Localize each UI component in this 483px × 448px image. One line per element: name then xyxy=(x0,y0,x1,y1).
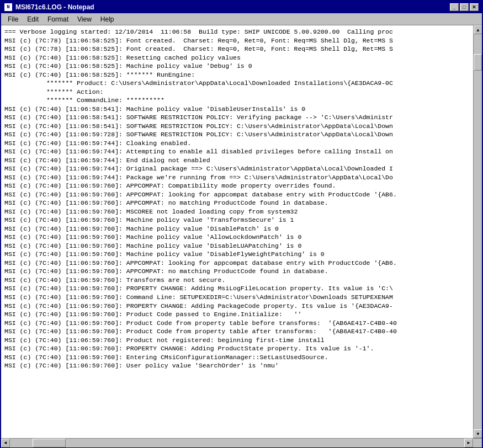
menu-help[interactable]: Help xyxy=(96,14,119,24)
menu-bar: File Edit Format View Help xyxy=(1,13,482,25)
content-area: === Verbose logging started: 12/10/2014 … xyxy=(1,25,482,438)
scroll-track-h[interactable] xyxy=(10,439,464,447)
scroll-thumb-v[interactable] xyxy=(474,54,482,71)
text-editor[interactable]: === Verbose logging started: 12/10/2014 … xyxy=(1,25,473,438)
maximize-button[interactable]: □ xyxy=(460,3,469,11)
menu-format[interactable]: Format xyxy=(43,14,73,24)
scroll-down-button[interactable]: ▼ xyxy=(474,429,482,438)
menu-edit[interactable]: Edit xyxy=(23,14,43,24)
window-title: MSI671c6.LOG - Notepad xyxy=(15,3,94,11)
scroll-up-button[interactable]: ▲ xyxy=(474,25,482,34)
horizontal-scrollbar: ◄ ► xyxy=(1,439,473,447)
menu-file[interactable]: File xyxy=(3,14,23,24)
vertical-scrollbar: ▲ ▼ xyxy=(473,25,482,438)
close-button[interactable]: ✕ xyxy=(470,3,479,11)
app-icon: N xyxy=(4,3,12,11)
scroll-corner xyxy=(473,439,482,447)
minimize-button[interactable]: _ xyxy=(450,3,459,11)
bottom-bar: ◄ ► xyxy=(1,438,482,447)
scroll-track-v[interactable] xyxy=(474,34,482,429)
title-bar: N MSI671c6.LOG - Notepad _ □ ✕ xyxy=(1,1,482,13)
title-buttons: _ □ ✕ xyxy=(450,3,479,11)
title-bar-left: N MSI671c6.LOG - Notepad xyxy=(4,3,94,11)
scroll-left-button[interactable]: ◄ xyxy=(1,439,10,447)
scroll-right-button[interactable]: ► xyxy=(464,439,473,447)
scroll-thumb-h[interactable] xyxy=(33,439,66,447)
notepad-window: N MSI671c6.LOG - Notepad _ □ ✕ File Edit… xyxy=(0,0,483,448)
menu-view[interactable]: View xyxy=(73,14,96,24)
